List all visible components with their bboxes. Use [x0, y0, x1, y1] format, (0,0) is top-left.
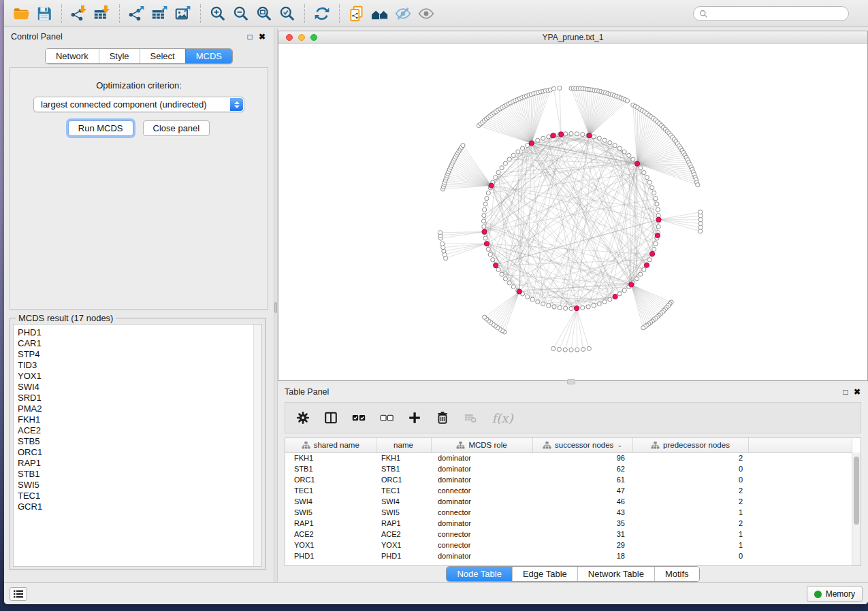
mcds-result-item[interactable]: ACE2: [18, 425, 261, 436]
task-history-button[interactable]: [10, 587, 27, 601]
network-titlebar: YPA_prune.txt_1: [278, 31, 867, 44]
delete-row-icon: [435, 410, 450, 425]
export-image-icon: [174, 5, 192, 22]
column-header-successor-nodes[interactable]: successor nodes⌄: [532, 438, 632, 452]
table-toolbar: f(x): [285, 402, 861, 433]
table-row[interactable]: YOX1YOX1connector291: [285, 540, 852, 550]
zoom-out-button[interactable]: [229, 3, 253, 24]
close-panel-button[interactable]: Close panel: [143, 120, 210, 136]
table-row[interactable]: RAP1RAP1dominator352: [285, 518, 852, 529]
add-row-button[interactable]: [406, 410, 423, 426]
export-network-button[interactable]: [125, 3, 148, 24]
divider-grip[interactable]: [274, 302, 277, 313]
show-columns-button[interactable]: [323, 410, 339, 426]
add-row-icon: [407, 410, 422, 425]
show-hidden-icon: [417, 5, 435, 22]
column-header-shared-name[interactable]: shared name: [285, 438, 376, 452]
tab-select[interactable]: Select: [140, 49, 185, 63]
close-panel-icon[interactable]: ✖: [257, 32, 267, 42]
mcds-result-item[interactable]: YOX1: [18, 371, 261, 382]
table-row[interactable]: SWI4SWI4dominator462: [285, 496, 852, 507]
mcds-result-groupbox: MCDS result (17 nodes) PHD1CAR1STP4TID3Y…: [10, 318, 266, 570]
mcds-result-item[interactable]: STP4: [18, 349, 261, 360]
network-graph[interactable]: [278, 44, 867, 380]
table-row[interactable]: ACE2ACE2connector311: [285, 529, 852, 540]
save-session-button[interactable]: [33, 3, 56, 24]
status-bar: Memory: [4, 582, 868, 604]
mcds-result-item[interactable]: SWI4: [18, 382, 261, 393]
table-row[interactable]: ORC1ORC1dominator610: [285, 474, 852, 485]
toolbar-separator: [119, 4, 120, 23]
mcds-result-item[interactable]: FKH1: [18, 414, 261, 425]
search-box[interactable]: [693, 6, 849, 21]
mcds-result-item[interactable]: STB1: [18, 469, 261, 480]
float-table-panel-icon[interactable]: □: [841, 387, 850, 397]
mcds-result-item[interactable]: PHD1: [18, 327, 261, 338]
optimization-criterion-select[interactable]: largest connected component (undirected): [33, 97, 244, 112]
delete-row-button[interactable]: [434, 410, 451, 426]
mcds-result-item[interactable]: RAP1: [18, 458, 261, 469]
table-row[interactable]: SWI5SWI5connector431: [285, 507, 852, 518]
sort-desc-icon: ⌄: [617, 442, 622, 448]
tab-mcds[interactable]: MCDS: [185, 49, 232, 63]
table-tab-group: Node TableEdge TableNetwork TableMotifs: [446, 566, 699, 582]
table-row[interactable]: TEC1TEC1connector472: [285, 485, 852, 496]
first-neighbors-button[interactable]: [368, 3, 391, 24]
tab-style[interactable]: Style: [99, 49, 140, 63]
horizontal-divider-grip[interactable]: [567, 379, 575, 384]
first-neighbors-icon: [371, 5, 389, 22]
mcds-result-item[interactable]: CAR1: [18, 338, 261, 349]
mcds-result-item[interactable]: STB5: [18, 436, 261, 447]
import-network-button[interactable]: [67, 3, 91, 24]
export-image-button[interactable]: [172, 3, 195, 24]
run-mcds-button[interactable]: Run MCDS: [68, 120, 133, 136]
export-table-button[interactable]: [148, 3, 172, 24]
zoom-in-icon: [209, 5, 227, 22]
table-tab-network-table[interactable]: Network Table: [577, 567, 654, 581]
zoom-fit-button[interactable]: [253, 3, 276, 24]
column-header-name[interactable]: name: [376, 438, 431, 452]
import-table-button[interactable]: [91, 3, 114, 24]
duplicate-network-button[interactable]: [345, 3, 368, 24]
mcds-result-item[interactable]: SRD1: [18, 393, 261, 403]
table-row[interactable]: PHD1PHD1dominator180: [285, 550, 852, 561]
zoom-in-button[interactable]: [206, 3, 229, 24]
table-tab-edge-table[interactable]: Edge Table: [512, 567, 577, 581]
float-panel-icon[interactable]: □: [245, 32, 255, 42]
mcds-list-scrollbar[interactable]: [253, 325, 261, 566]
table-header-icon: [302, 441, 310, 450]
memory-label: Memory: [826, 589, 855, 599]
memory-button[interactable]: Memory: [807, 586, 863, 602]
table-row[interactable]: FKH1FKH1dominator962: [285, 452, 852, 463]
mcds-result-item[interactable]: GCR1: [18, 501, 261, 512]
function-builder-button[interactable]: f(x): [490, 410, 515, 426]
deselect-all-checkboxes-button[interactable]: [379, 410, 395, 426]
settings-gear-button[interactable]: [295, 410, 311, 426]
hide-selected-button[interactable]: [391, 3, 415, 24]
mcds-result-item[interactable]: TID3: [18, 360, 261, 371]
close-table-panel-icon[interactable]: ✖: [852, 387, 862, 397]
zoom-selected-button[interactable]: [276, 3, 299, 24]
network-canvas[interactable]: [278, 44, 867, 380]
mcds-result-list[interactable]: PHD1CAR1STP4TID3YOX1SWI4SRD1PMA2FKH1ACE2…: [13, 324, 262, 567]
table-row[interactable]: STB1STB1dominator620: [285, 463, 852, 474]
delete-table-button[interactable]: [462, 410, 479, 426]
mcds-result-item[interactable]: SWI5: [18, 480, 261, 491]
mcds-result-item[interactable]: PMA2: [18, 403, 261, 414]
search-input[interactable]: [711, 7, 848, 20]
tab-network[interactable]: Network: [46, 49, 99, 63]
mcds-panel: Optimization criterion: largest connecte…: [10, 67, 268, 310]
mcds-result-item[interactable]: ORC1: [18, 447, 261, 458]
table-scrollbar[interactable]: [852, 452, 861, 565]
mcds-result-item[interactable]: TEC1: [18, 491, 261, 501]
column-header-predecessor-nodes[interactable]: predecessor nodes: [632, 438, 748, 452]
column-header-MCDS-role[interactable]: MCDS role: [431, 438, 532, 452]
node-table[interactable]: shared namename MCDS role successor node…: [285, 437, 861, 566]
table-scrollbar-thumb[interactable]: [854, 457, 859, 525]
select-all-checkboxes-button[interactable]: [351, 410, 367, 426]
open-file-button[interactable]: [10, 3, 33, 24]
table-tab-motifs[interactable]: Motifs: [654, 567, 699, 581]
refresh-layout-button[interactable]: [310, 3, 334, 24]
show-hidden-button[interactable]: [415, 3, 438, 24]
table-tab-node-table[interactable]: Node Table: [447, 567, 512, 581]
